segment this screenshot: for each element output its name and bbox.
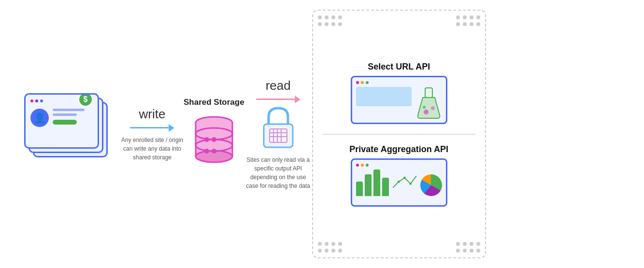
svg-point-21 xyxy=(423,106,426,109)
select-url-illustration xyxy=(351,76,447,124)
private-agg-title: Private Aggregation API xyxy=(349,144,448,155)
left-section: $ 👤 xyxy=(14,93,121,175)
divider xyxy=(323,134,475,135)
card-body: 👤 xyxy=(30,106,93,127)
lock-icon xyxy=(259,103,298,152)
dots-top-left xyxy=(318,15,342,26)
api-dot-6 xyxy=(366,164,369,167)
api-dot-3 xyxy=(366,81,369,84)
line-chart-icon xyxy=(393,169,416,196)
dollar-symbol: $ xyxy=(84,95,88,104)
write-description: Any enrolled site / origin can write any… xyxy=(121,136,184,162)
private-aggregation-api-card: Private Aggregation API xyxy=(323,144,475,207)
api-dot-5 xyxy=(361,164,364,167)
right-panel: Select URL API xyxy=(312,10,486,258)
svg-point-7 xyxy=(204,137,209,142)
svg-point-20 xyxy=(431,106,435,110)
dots-bottom-right xyxy=(456,242,480,253)
svg-point-9 xyxy=(204,149,209,154)
api-dots-row xyxy=(356,81,442,84)
bar-2 xyxy=(365,174,372,196)
read-description: Sites can only read via a specific outpu… xyxy=(244,155,312,190)
read-label: read xyxy=(266,78,291,93)
card-button xyxy=(53,120,77,125)
dot-purple xyxy=(35,99,38,102)
svg-point-24 xyxy=(409,183,412,185)
avatar: 👤 xyxy=(30,109,49,127)
bar-4 xyxy=(382,178,389,196)
write-arrow-head xyxy=(169,124,174,132)
read-arrow-section: read xyxy=(256,78,301,103)
card-front: $ 👤 xyxy=(24,93,99,149)
priv-agg-content xyxy=(356,169,442,196)
pie-chart xyxy=(420,174,442,196)
dot-pink xyxy=(30,99,33,102)
main-container: $ 👤 xyxy=(0,0,644,268)
select-url-title: Select URL API xyxy=(368,62,430,72)
dot-blue xyxy=(40,99,43,102)
bar-3 xyxy=(373,169,380,196)
write-arrow xyxy=(130,124,174,132)
write-flow: write Any enrolled site / origin can wri… xyxy=(121,107,184,162)
read-arrow xyxy=(256,96,301,103)
read-flow: read Sites can only read via a speci xyxy=(244,78,312,190)
api-dot-1 xyxy=(356,81,359,84)
cards-stack: $ 👤 xyxy=(24,93,111,170)
svg-point-22 xyxy=(397,181,400,183)
svg-point-23 xyxy=(403,176,406,179)
api-dots-row-2 xyxy=(356,164,442,167)
read-arrow-head xyxy=(295,96,301,103)
write-arrow-section: write xyxy=(130,107,174,132)
dollar-badge: $ xyxy=(78,93,93,107)
lock-container xyxy=(259,103,298,152)
api-dot-2 xyxy=(361,81,364,84)
bar-chart xyxy=(356,169,389,196)
svg-point-10 xyxy=(212,149,216,154)
write-label: write xyxy=(139,107,166,122)
dots-bottom-left xyxy=(318,242,342,253)
card-line-2 xyxy=(53,113,77,116)
shared-storage-label: Shared Storage xyxy=(184,98,244,107)
select-url-content xyxy=(356,87,442,120)
user-icon: 👤 xyxy=(34,112,46,124)
dots-top-right xyxy=(456,15,480,26)
bar-1 xyxy=(356,182,363,196)
flask-icon xyxy=(415,87,442,120)
svg-point-19 xyxy=(424,110,429,114)
select-url-api-card: Select URL API xyxy=(323,62,475,124)
api-dot-4 xyxy=(356,164,359,167)
read-arrow-line xyxy=(256,99,295,100)
select-url-lines xyxy=(356,87,412,106)
svg-point-8 xyxy=(212,137,216,142)
private-agg-illustration xyxy=(351,158,447,207)
svg-rect-18 xyxy=(425,88,432,98)
database-container: Shared Storage xyxy=(184,98,244,171)
write-arrow-line xyxy=(130,127,169,128)
url-line-block xyxy=(356,87,412,106)
database-icon xyxy=(192,113,236,171)
card-line-1 xyxy=(53,109,85,111)
svg-rect-11 xyxy=(264,124,293,147)
card-lines xyxy=(53,109,93,125)
